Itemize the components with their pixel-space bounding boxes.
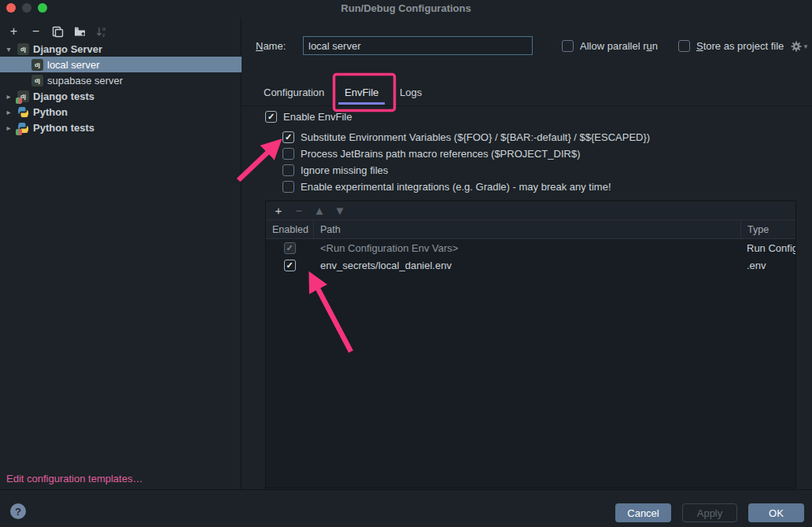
tree-item-label: Python: [33, 106, 68, 118]
column-header-enabled[interactable]: Enabled: [266, 224, 313, 235]
ok-button[interactable]: OK: [748, 503, 804, 522]
table-header: Enabled Path Type: [266, 219, 795, 239]
row-enabled-checkbox: ✓: [284, 242, 296, 254]
sidebar-toolbar: + − az: [0, 22, 109, 41]
help-icon[interactable]: ?: [10, 503, 26, 519]
configurations-tree: ▾ dj Django Server dj local server dj su…: [0, 41, 242, 135]
tree-item-label: Python tests: [33, 122, 94, 134]
table-row-run-config-env-vars[interactable]: ✓ <Run Configuration Env Vars> Run Confi…: [266, 239, 795, 256]
process-path-macro-checkbox[interactable]: ✓ Process JetBrains path macro reference…: [282, 148, 580, 160]
checkbox-label: Substitute Environment Variables (${FOO}…: [301, 131, 650, 143]
tab-bar: Configuration EnvFile Logs: [242, 79, 812, 106]
store-as-project-file-checkbox[interactable]: ✓ Store as project file: [678, 40, 784, 52]
tree-item-supabase-server[interactable]: dj supabase server: [0, 72, 242, 88]
name-label: Name:: [256, 40, 286, 52]
row-type: Run Config: [740, 242, 795, 254]
row-type: .env: [740, 260, 795, 271]
tree-item-django-tests[interactable]: ▸ dj Django tests: [0, 88, 242, 104]
row-path: env_secrets/local_daniel.env: [313, 260, 740, 271]
row-enabled-checkbox[interactable]: ✓: [284, 260, 296, 271]
django-icon: dj: [17, 43, 29, 55]
sort-configurations-icon[interactable]: az: [95, 25, 109, 39]
tree-item-python-tests[interactable]: ▸ Python tests: [0, 120, 242, 135]
django-tests-icon: dj: [17, 90, 29, 102]
checkbox-label: Process JetBrains path macro references …: [301, 148, 580, 160]
remove-configuration-icon[interactable]: −: [29, 25, 42, 39]
svg-text:a: a: [102, 26, 105, 31]
gear-icon: [791, 41, 802, 52]
store-options-gear[interactable]: ▼: [791, 41, 809, 52]
move-down-icon[interactable]: ▼: [334, 204, 345, 217]
configurations-sidebar: + − az ▾ dj Django Server dj local serve…: [0, 17, 242, 489]
copy-configuration-icon[interactable]: [51, 25, 65, 39]
chevron-right-icon[interactable]: ▸: [4, 92, 13, 101]
checkbox-box[interactable]: ✓: [282, 164, 294, 176]
title-bar: Run/Debug Configurations: [0, 0, 812, 17]
checkbox-box[interactable]: ✓: [265, 111, 277, 123]
configuration-editor: Name: ✓ Allow parallel run ✓ Store as pr…: [242, 17, 812, 489]
tab-envfile[interactable]: EnvFile: [345, 79, 378, 106]
checkbox-box[interactable]: ✓: [282, 181, 294, 193]
column-header-type[interactable]: Type: [740, 220, 795, 238]
checkbox-box[interactable]: ✓: [282, 131, 294, 143]
tree-item-django-server[interactable]: ▾ dj Django Server: [0, 41, 242, 57]
tab-configuration[interactable]: Configuration: [264, 79, 324, 106]
new-folder-icon[interactable]: [73, 25, 87, 39]
window-title: Run/Debug Configurations: [0, 2, 812, 14]
checkbox-box[interactable]: ✓: [282, 148, 294, 160]
svg-text:z: z: [102, 32, 105, 38]
name-input[interactable]: [303, 36, 533, 55]
add-configuration-icon[interactable]: +: [7, 25, 20, 39]
move-up-icon[interactable]: ▲: [314, 204, 325, 217]
python-icon: [17, 106, 29, 118]
tree-item-label: Django tests: [33, 90, 94, 102]
django-icon: dj: [31, 75, 43, 87]
tree-item-label: supabase server: [47, 75, 123, 87]
ignore-missing-files-checkbox[interactable]: ✓ Ignore missing files: [282, 164, 388, 176]
dialog-footer: ? Cancel Apply OK: [0, 489, 812, 527]
chevron-down-icon[interactable]: ▾: [4, 45, 13, 53]
checkbox-box[interactable]: ✓: [562, 40, 574, 52]
chevron-right-icon[interactable]: ▸: [4, 108, 13, 116]
add-envfile-icon[interactable]: +: [273, 204, 284, 217]
chevron-right-icon[interactable]: ▸: [4, 123, 13, 132]
python-tests-icon: [17, 122, 29, 134]
row-path: <Run Configuration Env Vars>: [313, 242, 740, 254]
column-header-path[interactable]: Path: [313, 220, 740, 238]
apply-button[interactable]: Apply: [682, 503, 737, 522]
experimental-integrations-checkbox[interactable]: ✓ Enable experimental integrations (e.g.…: [282, 181, 611, 193]
substitute-env-vars-checkbox[interactable]: ✓ Substitute Environment Variables (${FO…: [282, 131, 650, 143]
enable-envfile-checkbox[interactable]: ✓ Enable EnvFile: [265, 111, 352, 123]
chevron-down-icon: ▼: [803, 43, 809, 50]
django-icon: dj: [31, 59, 43, 71]
tree-item-label: Django Server: [33, 43, 102, 55]
test-badge-icon: [16, 129, 22, 135]
envfile-table-toolbar: + − ▲ ▼: [266, 201, 795, 219]
remove-envfile-icon[interactable]: −: [293, 204, 304, 217]
checkbox-label: Store as project file: [696, 40, 784, 52]
tree-item-python[interactable]: ▸ Python: [0, 104, 242, 120]
envfile-table-panel: + − ▲ ▼ Enabled Path Type ✓ <Run Configu…: [265, 201, 796, 488]
tree-item-local-server[interactable]: dj local server: [0, 57, 242, 72]
edit-configuration-templates-link[interactable]: Edit configuration templates…: [6, 473, 142, 485]
checkbox-label: Allow parallel run: [580, 40, 658, 52]
checkbox-label: Ignore missing files: [301, 164, 388, 176]
tree-item-label: local server: [47, 59, 99, 71]
checkbox-label: Enable EnvFile: [283, 111, 352, 123]
allow-parallel-run-checkbox[interactable]: ✓ Allow parallel run: [562, 40, 658, 52]
checkbox-label: Enable experimental integrations (e.g. G…: [301, 181, 611, 193]
table-row-env-secrets[interactable]: ✓ env_secrets/local_daniel.env .env: [266, 256, 795, 274]
checkbox-box[interactable]: ✓: [678, 40, 690, 52]
tab-logs[interactable]: Logs: [400, 79, 422, 106]
cancel-button[interactable]: Cancel: [615, 503, 671, 522]
